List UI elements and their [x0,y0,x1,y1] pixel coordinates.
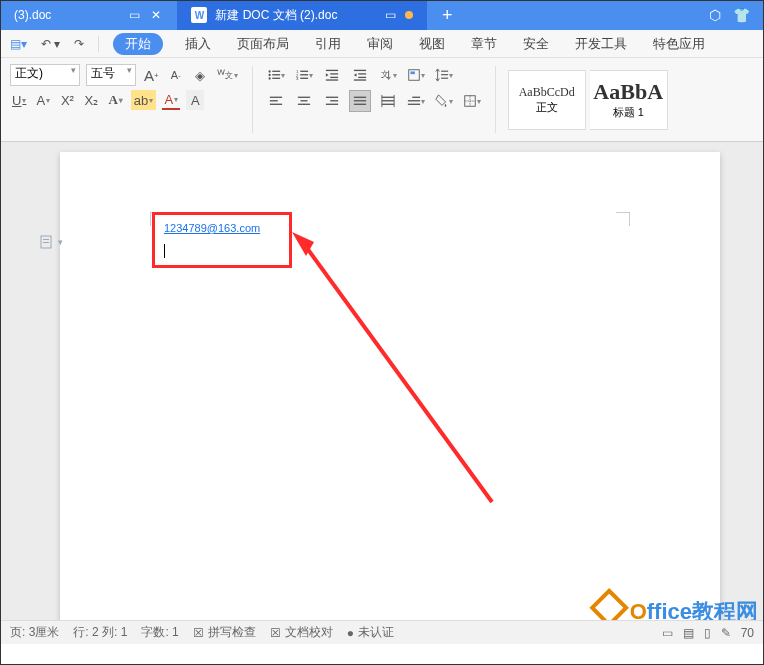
align-center-button[interactable] [293,90,315,112]
email-hyperlink[interactable]: 1234789@163.com [164,222,260,234]
sb-unauth[interactable]: ● 未认证 [347,624,394,641]
svg-rect-38 [382,97,394,98]
text-cursor [164,244,165,258]
distribute-button[interactable] [377,90,399,112]
ribbon-styles-group: AaBbCcDd 正文 AaBbA 标题 1 [504,62,672,137]
decrease-font-button[interactable]: A- [167,65,185,85]
style-h1-label: 标题 1 [613,105,644,120]
char-shading-button[interactable]: A [186,90,204,110]
menu-start[interactable]: 开始 [113,33,163,55]
increase-font-button[interactable]: A+ [142,65,161,85]
tab-doc-new[interactable]: W 新建 DOC 文档 (2).doc ▭ [177,0,427,30]
svg-point-4 [268,77,270,79]
svg-rect-9 [300,74,308,75]
svg-rect-16 [354,70,366,71]
menu-devtools[interactable]: 开发工具 [571,33,631,55]
svg-rect-7 [300,71,308,72]
menu-chapter[interactable]: 章节 [467,33,501,55]
svg-rect-33 [330,100,338,101]
logo-dropdown[interactable]: ▤▾ [10,37,27,51]
svg-rect-34 [326,104,338,105]
align-left-button[interactable] [265,90,287,112]
svg-rect-36 [354,100,366,101]
svg-rect-30 [300,100,307,101]
svg-rect-1 [272,71,280,72]
menu-security[interactable]: 安全 [519,33,553,55]
close-icon[interactable]: ✕ [149,8,163,22]
svg-rect-21 [408,70,419,81]
svg-rect-41 [412,97,420,98]
ribbon: 正文)▾ 五号▾ A+ A- ◈ ᵂ文 U A X² X₂ A ab A A ▾… [0,58,764,142]
svg-rect-31 [298,104,310,105]
menu-insert[interactable]: 插入 [181,33,215,55]
sb-line-col[interactable]: 行: 2 列: 1 [73,624,127,641]
numbering-button[interactable]: 123▾ [293,64,315,86]
sb-word-count[interactable]: 字数: 1 [141,624,178,641]
tab-doc-3[interactable]: (3).doc ▭ ✕ [0,0,177,30]
svg-rect-18 [358,77,366,78]
title-right-icons: ⬡ 👕 [709,0,764,30]
svg-text:3: 3 [296,76,299,81]
page-side-control[interactable]: ▾ [40,234,63,250]
svg-rect-17 [358,73,366,74]
font-name-select[interactable]: 正文)▾ [10,64,80,86]
svg-rect-24 [441,74,448,75]
style-body[interactable]: AaBbCcDd 正文 [508,70,586,130]
clear-format-button[interactable]: ◈ [191,65,209,85]
sb-zoom[interactable]: 70 [741,626,754,640]
wps-word-icon: W [191,7,207,23]
line-spacing-button[interactable]: ▾ [433,64,455,86]
menu-references[interactable]: 引用 [311,33,345,55]
sb-doccheck[interactable]: ☒ 文档校对 [270,624,333,641]
margin-corner-tr [616,212,630,226]
quick-access-bar: ▤▾ ↶ ▾ ↷ 开始 插入 页面布局 引用 审阅 视图 章节 安全 开发工具 … [0,30,764,58]
menu-pagelayout[interactable]: 页面布局 [233,33,293,55]
decrease-indent-button[interactable] [321,64,343,86]
align-justify-button[interactable] [349,90,371,112]
svg-rect-35 [354,97,366,98]
document-page[interactable]: 1234789@163.com [60,152,720,642]
indent-first-button[interactable]: ▾ [405,90,427,112]
sb-spellcheck[interactable]: ☒ 拼写检查 [193,624,256,641]
ribbon-font-group: 正文)▾ 五号▾ A+ A- ◈ ᵂ文 U A X² X₂ A ab A A [6,62,244,137]
font-size-select[interactable]: 五号▾ [86,64,136,86]
tab-label: (3).doc [14,8,51,22]
shirt-icon[interactable]: 👕 [733,7,750,23]
svg-rect-15 [326,79,338,80]
bullets-button[interactable]: ▾ [265,64,287,86]
borders-button[interactable]: ▾ [461,90,483,112]
menu-view[interactable]: 视图 [415,33,449,55]
superscript-button[interactable]: X² [58,90,76,110]
align-right-button[interactable] [321,90,343,112]
menu-tabs: 开始 插入 页面布局 引用 审阅 视图 章节 安全 开发工具 特色应用 [113,33,709,55]
view-read-icon[interactable]: ▯ [704,626,711,640]
menu-review[interactable]: 审阅 [363,33,397,55]
ribbon-paragraph-group: ▾ 123▾ 文▾ ▾ ▾ ▾ ▾ ▾ [261,62,487,137]
new-tab-button[interactable]: + [427,0,467,30]
view-pen-icon[interactable]: ✎ [721,626,731,640]
svg-point-2 [268,74,270,76]
svg-rect-28 [270,104,282,105]
phonetic-guide-button[interactable]: ᵂ文 [215,65,240,85]
increase-indent-button[interactable] [349,64,371,86]
undo-button[interactable]: ↶ ▾ [41,37,60,51]
style-heading1[interactable]: AaBbA 标题 1 [590,70,668,130]
view-outline-icon[interactable]: ▤ [683,626,694,640]
subscript-button[interactable]: X₂ [82,90,100,110]
font-color-button[interactable]: A [162,90,180,110]
text-effects-button[interactable]: A [106,90,124,110]
font-color-a-button[interactable]: A [34,90,52,110]
highlight-button[interactable]: ab [131,90,156,110]
shading-button[interactable]: ▾ [433,90,455,112]
svg-rect-13 [330,73,338,74]
hex-icon[interactable]: ⬡ [709,7,721,23]
menu-special[interactable]: 特色应用 [649,33,709,55]
view-layout-icon[interactable]: ▭ [662,626,673,640]
svg-rect-23 [441,71,448,72]
redo-button[interactable]: ↷ [74,37,84,51]
sb-page-info[interactable]: 页: 3厘米 [10,624,59,641]
align-objects-button[interactable]: ▾ [405,64,427,86]
svg-rect-40 [382,104,394,105]
underline-button[interactable]: U [10,90,28,110]
text-direction-button[interactable]: 文▾ [377,64,399,86]
